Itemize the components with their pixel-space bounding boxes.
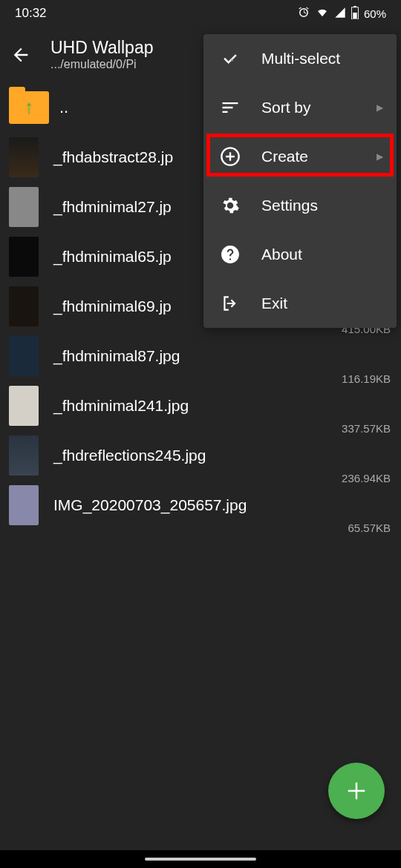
menu-create[interactable]: Create ▶	[203, 132, 397, 181]
file-row[interactable]: _fhdminimal241.jpg 337.57KB	[0, 381, 401, 430]
parent-label: ..	[59, 98, 68, 117]
status-icons: 60%	[297, 6, 386, 22]
battery-percent: 60%	[364, 7, 386, 20]
menu-label: Settings	[261, 197, 318, 214]
overflow-menu: Multi-select Sort by ▶ Create ▶ Settings…	[203, 34, 397, 328]
file-thumbnail	[9, 485, 39, 525]
menu-settings[interactable]: Settings	[203, 181, 397, 230]
file-name: _fhdminimal69.jp	[53, 297, 172, 315]
exit-icon	[220, 293, 241, 314]
help-icon	[220, 244, 241, 265]
nav-bar	[0, 850, 401, 868]
menu-multi-select[interactable]: Multi-select	[203, 34, 397, 83]
back-button[interactable]	[9, 43, 33, 67]
chevron-right-icon: ▶	[376, 151, 383, 162]
path-subtitle: .../emulated/0/Pi	[50, 58, 153, 71]
svg-rect-1	[353, 13, 356, 19]
plus-circle-icon	[220, 146, 241, 167]
fab-add[interactable]	[328, 763, 385, 819]
file-name: _fhdminimal87.jpg	[53, 347, 180, 365]
file-thumbnail	[9, 435, 39, 476]
file-name: IMG_20200703_205657.jpg	[53, 496, 247, 514]
plus-icon	[345, 780, 368, 802]
menu-exit[interactable]: Exit	[203, 279, 397, 328]
chevron-right-icon: ▶	[376, 102, 383, 113]
file-thumbnail	[9, 187, 39, 227]
menu-label: Create	[261, 148, 308, 165]
file-name: _fhdminimal27.jp	[53, 198, 172, 216]
page-title: UHD Wallpap	[50, 38, 153, 58]
file-thumbnail	[9, 386, 39, 426]
menu-label: Exit	[261, 295, 287, 312]
gear-icon	[220, 195, 241, 216]
file-row[interactable]: _fhdreflections245.jpg 236.94KB	[0, 430, 401, 480]
wifi-icon	[315, 7, 330, 21]
sort-icon	[220, 97, 241, 118]
file-name: _fhdminimal65.jp	[53, 248, 172, 266]
up-arrow-icon: ↑	[25, 96, 34, 119]
file-thumbnail	[9, 336, 39, 376]
check-all-icon	[220, 48, 241, 69]
menu-label: Sort by	[261, 99, 311, 116]
status-time: 10:32	[15, 6, 47, 21]
title-block: UHD Wallpap .../emulated/0/Pi	[50, 38, 153, 71]
file-row[interactable]: _fhdminimal87.jpg 116.19KB	[0, 331, 401, 381]
svg-rect-2	[353, 6, 356, 7]
file-size: 65.57KB	[348, 522, 391, 534]
menu-sort-by[interactable]: Sort by ▶	[203, 83, 397, 132]
file-name: _fhdreflections245.jpg	[53, 447, 206, 464]
menu-label: Multi-select	[261, 50, 340, 68]
folder-up-icon: ↑	[9, 91, 49, 124]
file-row[interactable]: IMG_20200703_205657.jpg 65.57KB	[0, 480, 401, 530]
battery-icon	[351, 6, 359, 22]
menu-label: About	[261, 246, 302, 263]
status-bar: 10:32 60%	[0, 0, 401, 27]
signal-icon	[334, 7, 346, 21]
file-name: _fhdabstract28.jp	[53, 148, 173, 166]
file-thumbnail	[9, 286, 39, 326]
file-thumbnail	[9, 237, 39, 277]
file-thumbnail	[9, 137, 39, 177]
alarm-icon	[297, 6, 310, 22]
menu-about[interactable]: About	[203, 230, 397, 279]
nav-handle[interactable]	[145, 858, 256, 861]
file-name: _fhdminimal241.jpg	[53, 397, 189, 415]
